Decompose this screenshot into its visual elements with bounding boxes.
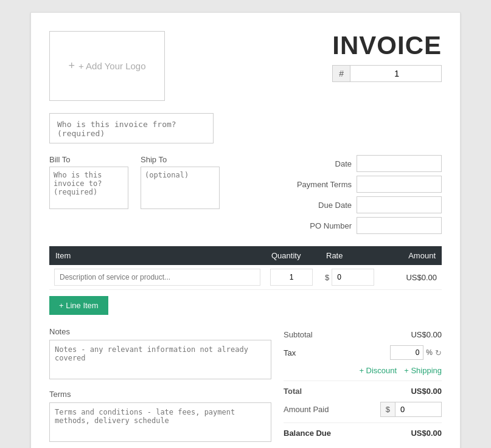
col-item: Item <box>49 246 265 265</box>
payment-terms-input[interactable] <box>357 176 442 193</box>
divider-2 <box>284 422 442 423</box>
quantity-input[interactable] <box>270 269 313 286</box>
invoice-container: + + Add Your Logo INVOICE # Bill To Ship… <box>30 12 461 448</box>
add-discount-button[interactable]: + Discount <box>359 366 397 375</box>
amount-paid-symbol: $ <box>381 402 395 416</box>
from-input[interactable] <box>49 113 214 143</box>
tax-row: Tax % ↻ <box>284 342 442 363</box>
amount-paid-input[interactable] <box>395 402 441 416</box>
subtotal-row: Subtotal US$0.00 <box>284 327 442 342</box>
total-value: US$0.00 <box>411 387 442 396</box>
bill-ship-section: Bill To Ship To <box>49 155 220 234</box>
ship-to-input[interactable] <box>141 167 220 209</box>
payment-terms-row: Payment Terms <box>291 176 442 193</box>
add-line-item-label: + Line Item <box>59 301 99 310</box>
tax-input-wrap: % ↻ <box>390 345 442 360</box>
from-section <box>49 113 442 145</box>
divider <box>284 381 442 381</box>
bill-to-label: Bill To <box>49 155 128 164</box>
date-row: Date <box>291 155 442 172</box>
logo-upload-area[interactable]: + + Add Your Logo <box>49 31 165 101</box>
invoice-title: INVOICE <box>332 31 442 60</box>
due-date-input[interactable] <box>357 196 442 213</box>
logo-label: + Add Your Logo <box>78 61 146 71</box>
mid-section: Bill To Ship To Date Payment Terms Due D… <box>49 155 442 234</box>
tax-input[interactable] <box>390 345 423 360</box>
po-number-row: PO Number <box>291 217 442 234</box>
tax-percent-symbol: % <box>426 348 433 357</box>
add-shipping-label: + Shipping <box>404 366 442 375</box>
rate-symbol: $ <box>325 273 329 282</box>
item-description-input[interactable] <box>54 269 260 286</box>
invoice-hash-label: # <box>333 66 350 81</box>
amount-cell: US$0.00 <box>387 265 442 290</box>
balance-due-row: Balance Due US$0.00 <box>284 426 442 441</box>
ship-to-label: Ship To <box>141 155 220 164</box>
invoice-number-row: # <box>332 65 442 82</box>
col-rate: Rate <box>320 246 387 265</box>
plus-icon: + <box>68 60 75 72</box>
due-date-row: Due Date <box>291 196 442 213</box>
notes-label: Notes <box>49 327 271 336</box>
date-fields: Date Payment Terms Due Date PO Number <box>291 155 442 234</box>
discount-shipping-row: + Discount + Shipping <box>284 363 442 378</box>
terms-label: Terms <box>49 390 271 399</box>
notes-terms-section: Notes Terms <box>49 327 271 448</box>
payment-terms-label: Payment Terms <box>291 180 352 189</box>
date-input[interactable] <box>357 155 442 172</box>
po-number-input[interactable] <box>357 217 442 234</box>
bottom-section: Notes Terms Subtotal US$0.00 Tax % ↻ <box>49 327 442 448</box>
totals-section: Subtotal US$0.00 Tax % ↻ + Discount + Sh… <box>284 327 442 448</box>
invoice-title-section: INVOICE # <box>332 31 442 82</box>
invoice-header: + + Add Your Logo INVOICE # <box>49 31 442 101</box>
po-number-label: PO Number <box>291 221 352 230</box>
notes-textarea[interactable] <box>49 340 271 379</box>
balance-due-label: Balance Due <box>284 429 331 438</box>
ship-to-col: Ship To <box>141 155 220 234</box>
amount-paid-label: Amount Paid <box>284 405 329 414</box>
bill-to-input[interactable] <box>49 167 128 209</box>
add-shipping-button[interactable]: + Shipping <box>404 366 442 375</box>
add-discount-label: + Discount <box>359 366 397 375</box>
amount-paid-row: Amount Paid $ <box>284 399 442 420</box>
table-row: $ US$0.00 <box>49 265 442 290</box>
item-desc-cell <box>49 265 265 290</box>
amount-paid-input-wrap: $ <box>380 402 442 417</box>
rate-input[interactable] <box>332 269 374 286</box>
qty-cell <box>265 265 320 290</box>
total-label: Total <box>284 387 302 396</box>
bill-to-col: Bill To <box>49 155 128 234</box>
refresh-icon[interactable]: ↻ <box>435 348 442 357</box>
col-amount: Amount <box>387 246 442 265</box>
due-date-label: Due Date <box>291 201 352 210</box>
subtotal-label: Subtotal <box>284 330 313 339</box>
subtotal-value: US$0.00 <box>411 330 442 339</box>
total-row: Total US$0.00 <box>284 384 442 399</box>
tax-label: Tax <box>284 348 296 357</box>
col-quantity: Quantity <box>265 246 320 265</box>
terms-textarea[interactable] <box>49 402 271 442</box>
items-table: Item Quantity Rate Amount $ <box>49 246 442 290</box>
balance-due-value: US$0.00 <box>411 429 442 438</box>
add-line-item-button[interactable]: + Line Item <box>49 296 108 315</box>
date-label: Date <box>291 159 352 168</box>
rate-cell: $ <box>320 265 387 290</box>
invoice-number-input[interactable] <box>350 66 405 81</box>
